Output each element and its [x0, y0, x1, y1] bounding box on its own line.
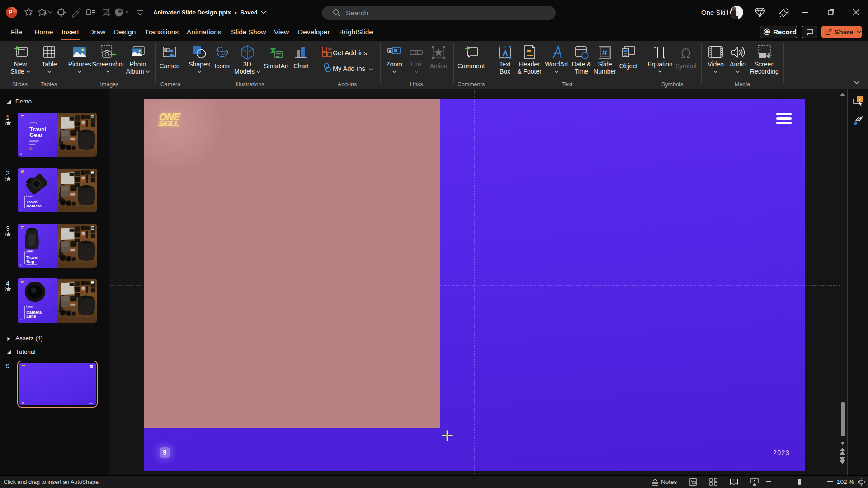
svg-text:13: 13: [20, 208, 22, 211]
svg-text:14: 14: [20, 264, 22, 266]
svg-text:P: P: [165, 49, 168, 52]
svg-text:P: P: [9, 9, 12, 15]
svg-text:12: 12: [20, 153, 22, 155]
svg-text:15: 15: [20, 319, 22, 321]
svg-text:Gear: Gear: [29, 132, 42, 138]
svg-text:Camera: Camera: [26, 204, 42, 208]
svg-text:A: A: [503, 49, 508, 57]
svg-text:Bag: Bag: [26, 259, 34, 264]
svg-text:Lens: Lens: [26, 314, 36, 319]
